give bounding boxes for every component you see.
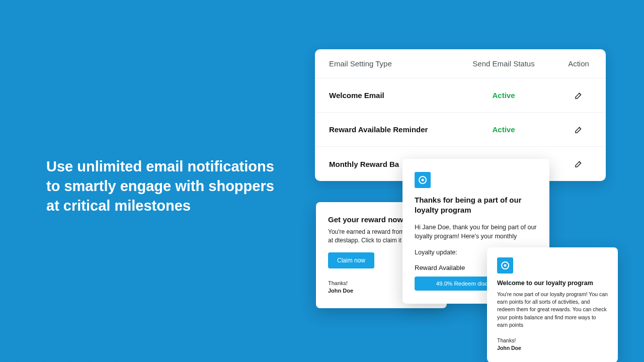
edit-button[interactable]	[571, 156, 586, 171]
header-type: Email Setting Type	[315, 59, 456, 68]
brand-logo-icon	[415, 172, 431, 188]
row-status: Active	[456, 125, 551, 134]
header-action: Action	[551, 59, 606, 68]
table-row: Welcome Email Active	[315, 78, 606, 113]
edit-button[interactable]	[571, 88, 586, 103]
edit-icon	[574, 159, 583, 168]
thanks-label: Thanks!	[328, 280, 348, 286]
thanks-label: Thanks!	[497, 337, 516, 343]
edit-icon	[574, 91, 583, 100]
edit-button[interactable]	[571, 122, 586, 137]
table-header-row: Email Setting Type Send Email Status Act…	[315, 49, 606, 78]
card-body: You're now part of our loyalty program! …	[497, 291, 608, 329]
header-status: Send Email Status	[456, 59, 551, 68]
row-type: Welcome Email	[315, 91, 456, 100]
welcome-card: Welcome to our loyalty program You're no…	[487, 247, 618, 362]
row-type: Reward Available Reminder	[315, 125, 456, 134]
edit-icon	[574, 125, 583, 134]
row-status: Active	[456, 91, 551, 100]
table-row: Reward Available Reminder Active	[315, 113, 606, 147]
signer-name: John Doe	[497, 344, 608, 352]
card-greeting: Hi Jane Doe, thank you for being part of…	[415, 223, 537, 241]
card-title: Welcome to our loyalty program	[497, 280, 608, 287]
brand-logo-icon	[497, 257, 513, 274]
claim-now-button[interactable]: Claim now	[328, 252, 374, 268]
signature: Thanks! John Doe	[497, 337, 608, 351]
headline: Use unlimited email notifications to sma…	[46, 157, 283, 216]
card-title: Thanks for being a part of our loyalty p…	[415, 195, 537, 216]
